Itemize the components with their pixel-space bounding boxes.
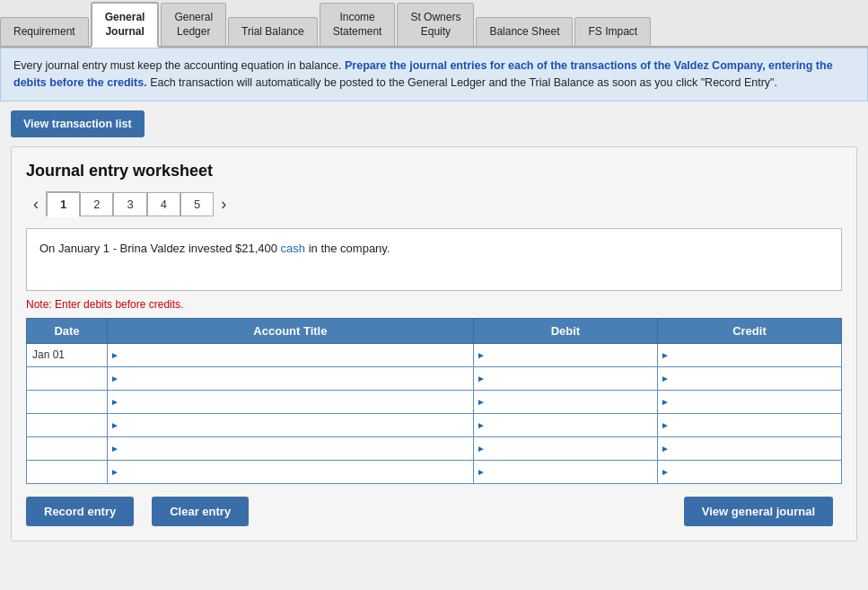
- account-cell-6: ►: [107, 460, 473, 483]
- credit-arrow-3: ►: [658, 397, 672, 407]
- account-input-2[interactable]: [122, 370, 473, 386]
- tab-trial-balance[interactable]: Trial Balance: [228, 17, 318, 47]
- table-row: Jan 01 ► ► ►: [27, 343, 842, 366]
- arrow-icon-2: ►: [108, 374, 122, 383]
- account-cell-4: ►: [107, 413, 473, 436]
- info-banner: Every journal entry must keep the accoun…: [0, 48, 868, 101]
- tab-general-journal[interactable]: GeneralJournal: [91, 2, 160, 48]
- account-input-6[interactable]: [122, 463, 473, 480]
- debit-arrow-3: ►: [474, 397, 488, 407]
- tab-st-owners-equity[interactable]: St OwnersEquity: [397, 3, 474, 46]
- debit-cell-1: ►: [473, 343, 657, 366]
- tab-balance-sheet[interactable]: Balance Sheet: [476, 17, 573, 47]
- prev-page-button[interactable]: ‹: [26, 191, 46, 217]
- credit-input-6[interactable]: [672, 463, 841, 480]
- table-row: ► ► ►: [27, 436, 842, 460]
- debit-input-4[interactable]: [488, 417, 657, 433]
- account-cell-5: ►: [107, 436, 473, 460]
- credit-input-1[interactable]: [672, 347, 841, 363]
- account-input-1[interactable]: [122, 347, 473, 363]
- debit-input-3[interactable]: [488, 393, 657, 409]
- credit-arrow-6: ►: [658, 467, 672, 477]
- date-cell-1: Jan 01: [27, 343, 108, 366]
- tabs-bar: Requirement GeneralJournal GeneralLedger…: [0, 0, 868, 48]
- debit-arrow-5: ►: [474, 444, 488, 454]
- account-input-3[interactable]: [122, 393, 473, 409]
- debit-cell-6: ►: [473, 460, 657, 483]
- scenario-box: On January 1 - Brina Valdez invested $21…: [26, 228, 842, 291]
- table-row: ► ► ►: [27, 413, 842, 436]
- credit-arrow-4: ►: [658, 420, 672, 430]
- page-selector: ‹ 1 2 3 4 5 ›: [26, 191, 842, 217]
- worksheet-card: Journal entry worksheet ‹ 1 2 3 4 5 › On…: [11, 146, 857, 542]
- journal-table: Date Account Title Debit Credit Jan 01 ►: [26, 318, 842, 484]
- next-page-button[interactable]: ›: [214, 191, 233, 217]
- date-cell-3: [27, 390, 108, 413]
- date-cell-6: [27, 460, 108, 483]
- arrow-icon-5: ►: [108, 444, 122, 454]
- view-transaction-list-button[interactable]: View transaction list: [11, 110, 145, 137]
- credit-input-4[interactable]: [672, 417, 841, 433]
- credit-cell-3: ►: [657, 390, 841, 413]
- credit-arrow-5: ►: [658, 444, 672, 454]
- debit-input-2[interactable]: [488, 370, 657, 386]
- debit-cell-2: ►: [473, 366, 657, 390]
- debit-input-5[interactable]: [488, 440, 657, 456]
- debit-input-1[interactable]: [488, 347, 657, 363]
- table-row: ► ► ►: [27, 390, 842, 413]
- credit-arrow-1: ►: [658, 350, 672, 360]
- debit-cell-4: ►: [473, 413, 657, 436]
- arrow-icon-6: ►: [108, 467, 122, 477]
- credit-input-5[interactable]: [672, 440, 841, 456]
- debit-arrow-2: ►: [474, 374, 488, 383]
- note-text: Note: Enter debits before credits.: [26, 298, 842, 311]
- account-cell-3: ►: [107, 390, 473, 413]
- record-entry-button[interactable]: Record entry: [26, 497, 134, 526]
- account-cell-1: ►: [107, 343, 473, 366]
- action-buttons-row: Record entry Clear entry View general jo…: [26, 497, 842, 526]
- debit-input-6[interactable]: [488, 463, 657, 480]
- page-tab-2[interactable]: 2: [80, 192, 113, 216]
- tab-requirement[interactable]: Requirement: [0, 17, 89, 47]
- page-tab-3[interactable]: 3: [113, 192, 146, 216]
- account-input-4[interactable]: [122, 417, 473, 433]
- credit-input-3[interactable]: [672, 393, 841, 409]
- debit-cell-5: ►: [473, 436, 657, 460]
- debit-arrow-1: ►: [474, 350, 488, 360]
- arrow-icon-3: ►: [108, 397, 122, 407]
- arrow-icon-1: ►: [108, 350, 122, 360]
- view-general-journal-button[interactable]: View general journal: [684, 497, 833, 526]
- debit-arrow-6: ►: [474, 467, 488, 477]
- credit-cell-2: ►: [657, 366, 841, 390]
- credit-cell-1: ►: [657, 343, 841, 366]
- clear-entry-button[interactable]: Clear entry: [152, 497, 249, 526]
- account-cell-2: ►: [107, 366, 473, 390]
- worksheet-title: Journal entry worksheet: [26, 162, 842, 181]
- tab-general-ledger[interactable]: GeneralLedger: [161, 3, 226, 46]
- credit-arrow-2: ►: [658, 374, 672, 383]
- debit-arrow-4: ►: [474, 420, 488, 430]
- credit-cell-6: ►: [657, 460, 841, 483]
- table-row: ► ► ►: [27, 366, 842, 390]
- page-tab-5[interactable]: 5: [180, 192, 214, 216]
- col-header-date: Date: [27, 318, 108, 343]
- credit-cell-5: ►: [657, 436, 841, 460]
- credit-cell-4: ►: [657, 413, 841, 436]
- table-row: ► ► ►: [27, 460, 842, 483]
- tab-fs-impact[interactable]: FS Impact: [574, 17, 651, 47]
- account-input-5[interactable]: [122, 440, 473, 456]
- tab-income-statement[interactable]: IncomeStatement: [320, 3, 396, 46]
- col-header-debit: Debit: [473, 318, 657, 343]
- date-cell-2: [27, 366, 108, 390]
- col-header-credit: Credit: [657, 318, 841, 343]
- debit-cell-3: ►: [473, 390, 657, 413]
- page-tab-4[interactable]: 4: [147, 192, 180, 216]
- date-cell-4: [27, 413, 108, 436]
- col-header-account-title: Account Title: [107, 318, 473, 343]
- page-tab-1[interactable]: 1: [46, 191, 80, 217]
- arrow-icon-4: ►: [108, 420, 122, 430]
- credit-input-2[interactable]: [672, 370, 841, 386]
- date-cell-5: [27, 436, 108, 460]
